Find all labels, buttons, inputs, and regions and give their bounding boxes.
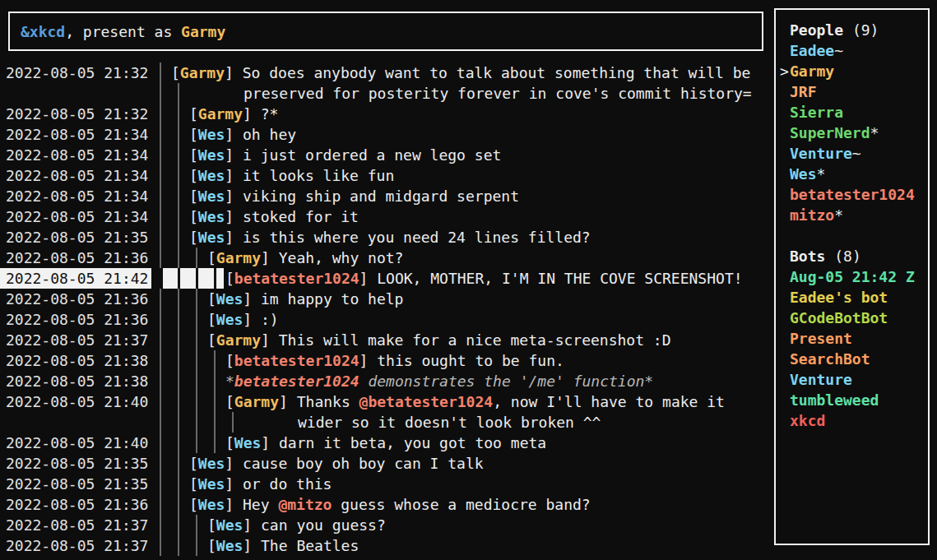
chat-row[interactable]: 2022-08-05 21:40[Wes] darn it beta, you …	[0, 433, 769, 453]
chat-row[interactable]: 2022-08-05 21:34[Wes] viking ship and mi…	[0, 186, 769, 206]
person-name: Wes	[790, 165, 817, 183]
person-name: Sierra	[790, 104, 843, 121]
bot-item-gcodebotbot[interactable]: GCodeBotBot	[776, 308, 928, 328]
bots-count: (8)	[834, 248, 861, 265]
chat-row[interactable]: 2022-08-05 21:40[Garmy] Thanks @betatest…	[0, 391, 769, 412]
thread-bar	[178, 145, 179, 165]
chat-row[interactable]: 2022-08-05 21:36[Garmy] Yeah, why not?	[0, 248, 769, 268]
message-text: [Wes] stoked for it	[189, 206, 359, 227]
thread-bar	[178, 350, 179, 371]
person-name: betatester1024	[790, 186, 915, 203]
presence-suffix: *	[834, 206, 843, 224]
bot-name: Venture	[790, 371, 852, 388]
thread-bar	[178, 206, 179, 227]
chat-row[interactable]: 2022-08-05 21:36[Wes] im happy to help	[0, 289, 769, 309]
message-text: [Wes] oh hey	[189, 124, 296, 145]
people-title: People	[790, 21, 843, 39]
bots-section-title: Bots (8)	[776, 246, 928, 266]
message-text: [Wes] it looks like fun	[189, 165, 394, 186]
person-item-garmy[interactable]: >Garmy	[776, 61, 928, 81]
thread-bar	[178, 330, 179, 350]
chat-row[interactable]: 2022-08-05 21:35[Wes] or do this	[0, 474, 769, 494]
person-item-eadee[interactable]: Eadee~	[776, 40, 928, 61]
person-item-supernerd[interactable]: SuperNerd*	[776, 123, 928, 143]
message-text: [Garmy] This will make for a nice meta-s…	[207, 330, 671, 350]
thread-bar	[160, 124, 161, 145]
chat-row[interactable]: 2022-08-05 21:37[Garmy] This will make f…	[0, 330, 769, 350]
bot-item-searchbot[interactable]: SearchBot	[776, 349, 928, 369]
timestamp: 2022-08-05 21:36	[6, 309, 148, 330]
timestamp: 2022-08-05 21:32	[6, 104, 148, 124]
thread-bar	[178, 371, 179, 391]
person-name: Venture	[790, 145, 852, 162]
thread-bar	[160, 206, 161, 227]
thread-bar	[160, 433, 161, 453]
thread-bar	[214, 371, 216, 391]
chat-row[interactable]: 2022-08-05 21:36[Wes] Hey @mitzo guess w…	[0, 494, 769, 515]
thread-bar	[160, 515, 161, 535]
thread-bar	[178, 124, 179, 145]
timestamp: 2022-08-05 21:34	[6, 145, 148, 165]
bot-item-tumbleweed[interactable]: tumbleweed	[776, 390, 928, 410]
person-item-jrf[interactable]: JRF	[776, 81, 928, 102]
chat-row[interactable]: 2022-08-05 21:38[betatester1024] this ou…	[0, 350, 769, 371]
presence-suffix: ~	[852, 145, 861, 162]
selected-cursor: >	[780, 61, 789, 81]
chat-row[interactable]: wider so it doesn't look broken ^^	[0, 412, 769, 433]
thread-bar	[214, 412, 216, 433]
timestamp: 2022-08-05 21:38	[6, 371, 148, 391]
person-item-wes[interactable]: Wes*	[776, 164, 928, 184]
chat-row[interactable]: 2022-08-05 21:32[Garmy] So does anybody …	[0, 62, 769, 83]
thread-bar	[160, 62, 161, 83]
chat-row[interactable]: preserved for posterity forever in cove'…	[0, 83, 769, 104]
bot-item-venture[interactable]: Venture	[776, 369, 928, 390]
chat-row-selected[interactable]: 2022-08-05 21:42[betatester1024] LOOK, M…	[0, 268, 769, 289]
thread-bar	[178, 104, 179, 124]
thread-bar	[160, 309, 161, 330]
bot-item-eadee-s-bot[interactable]: Eadee's bot	[776, 287, 928, 308]
thread-bar	[160, 227, 161, 248]
person-name: SuperNerd	[790, 124, 870, 141]
person-item-betatester1024[interactable]: betatester1024	[776, 184, 928, 205]
people-list: Eadee~>GarmyJRFSierraSuperNerd*Venture~W…	[776, 40, 928, 225]
chat-row[interactable]: 2022-08-05 21:37[Wes] can you guess?	[0, 515, 769, 535]
person-item-mitzo[interactable]: mitzo*	[776, 205, 928, 225]
thread-bar	[178, 248, 179, 268]
chat-row[interactable]: 2022-08-05 21:34[Wes] i just ordered a n…	[0, 145, 769, 165]
cove-chat-app: &xkcd, present as Garmy 2022-08-05 21:32…	[0, 0, 937, 560]
bot-name: Aug-05 21:42 Z	[790, 268, 915, 285]
thread-bar	[178, 433, 179, 453]
timestamp: 2022-08-05 21:38	[6, 350, 148, 371]
thread-bar	[214, 268, 216, 289]
thread-bar	[232, 412, 234, 433]
person-item-sierra[interactable]: Sierra	[776, 102, 928, 123]
roster-panel: People (9) Eadee~>GarmyJRFSierraSuperNer…	[774, 8, 930, 545]
bot-item-aug-05-21-42-z[interactable]: Aug-05 21:42 Z	[776, 266, 928, 287]
chat-row[interactable]: 2022-08-05 21:34[Wes] it looks like fun	[0, 165, 769, 186]
thread-bar	[178, 391, 179, 412]
thread-bar	[196, 371, 197, 391]
message-text: [Wes] cause boy oh boy can I talk	[189, 453, 484, 474]
thread-bar	[196, 515, 197, 535]
timestamp: 2022-08-05 21:34	[6, 165, 148, 186]
chat-row[interactable]: 2022-08-05 21:37[Wes] The Beatles	[0, 535, 769, 556]
timestamp: 2022-08-05 21:40	[6, 391, 148, 412]
bot-item-xkcd[interactable]: xkcd	[776, 410, 928, 431]
presence-suffix: ~	[834, 42, 843, 59]
chat-row[interactable]: 2022-08-05 21:35[Wes] cause boy oh boy c…	[0, 453, 769, 474]
chat-row[interactable]: 2022-08-05 21:36[Wes] :)	[0, 309, 769, 330]
bot-item-present[interactable]: Present	[776, 328, 928, 349]
timestamp: 2022-08-05 21:35	[6, 453, 148, 474]
thread-bar	[178, 186, 179, 206]
chat-row[interactable]: 2022-08-05 21:35[Wes] is this where you …	[0, 227, 769, 248]
message-text: preserved for posterity forever in cove'…	[244, 83, 752, 104]
chat-row[interactable]: 2022-08-05 21:34[Wes] oh hey	[0, 124, 769, 145]
person-item-venture[interactable]: Venture~	[776, 143, 928, 164]
chat-row[interactable]: 2022-08-05 21:34[Wes] stoked for it	[0, 206, 769, 227]
chat-row[interactable]: 2022-08-05 21:32[Garmy] ?*	[0, 104, 769, 124]
timestamp: 2022-08-05 21:37	[6, 535, 148, 556]
thread-bar	[196, 412, 197, 433]
chat-row[interactable]: 2022-08-05 21:38*betatester1024 demonstr…	[0, 371, 769, 391]
thread-bar	[196, 535, 197, 556]
thread-bar	[178, 165, 179, 186]
